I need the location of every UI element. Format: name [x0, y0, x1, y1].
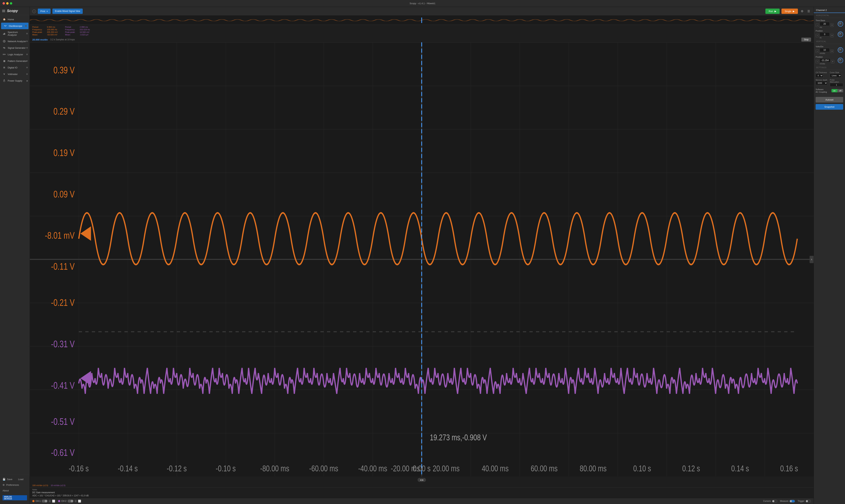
ch1-color-dot — [32, 500, 35, 502]
position-v-value[interactable]: -21.254 — [820, 58, 830, 62]
ch1-mean-label: Mean: — [32, 34, 45, 36]
position-h-knob[interactable] — [838, 32, 843, 37]
h-scroll-handle[interactable]: ◀ ▶ — [418, 478, 426, 482]
snapshot-button[interactable]: Snapshot — [815, 104, 843, 110]
h-scroll-container: ◀ ▶ — [30, 476, 814, 483]
save-button[interactable]: 💾 Save Load — [0, 476, 30, 482]
sidebar-item-digital-io[interactable]: ⊞ Digital IO — [0, 64, 30, 71]
stop-button[interactable]: Stop — [802, 38, 811, 42]
svg-rect-0 — [3, 34, 3, 35]
nav-dot — [26, 67, 28, 68]
notes-title: DC Gain measurement — [32, 491, 811, 494]
curve-style-select[interactable]: LinesDotsSteps — [830, 74, 841, 77]
ac-on-button[interactable]: on — [831, 89, 837, 92]
load-label[interactable]: Load — [18, 478, 23, 481]
measure-toggle[interactable] — [790, 500, 795, 503]
position-h-plus[interactable]: + — [830, 34, 834, 37]
ac-off-button[interactable]: off — [837, 89, 843, 92]
ch2-indicator: CH 2 ☰ ⬜ — [58, 500, 81, 503]
time-base-knob[interactable] — [838, 21, 843, 26]
nav-dot — [26, 47, 28, 49]
position-h-value[interactable]: 0 — [820, 32, 830, 36]
ch2-mean-value: -3.023 μV — [80, 34, 88, 36]
sidebar-item-label: Network Analyzer — [8, 40, 26, 43]
volts-div-label: Volts/Div — [815, 46, 834, 48]
cursors-label: Cursors — [763, 500, 771, 502]
volts-div-plus[interactable]: + — [830, 50, 834, 53]
trigger-toggle[interactable] — [806, 500, 811, 503]
mixed-signal-button[interactable]: Enable Mixed Signal View — [52, 8, 83, 14]
minimize-button[interactable] — [6, 2, 8, 4]
sidebar-item-home[interactable]: 🏠 Home — [0, 16, 30, 23]
nav-dot — [26, 73, 28, 75]
settings-icon-button[interactable]: ⚙ — [800, 8, 805, 14]
settings-row-1: CH Thickness 4123 Curve Style LinesDotsS… — [814, 71, 845, 78]
sidebar-nav: 🏠 Home Oscilloscope Spectrum Analyzer — [0, 15, 30, 474]
ch1-period-value: 9.994 ms — [47, 26, 55, 28]
sidebar-item-voltmeter[interactable]: V Voltmeter — [0, 71, 30, 77]
preferences-icon: ⚙ — [3, 484, 5, 486]
maximize-button[interactable] — [10, 2, 12, 4]
analog-logo-text: ANALOGDEVICES — [3, 495, 27, 500]
ch2-extra-icon[interactable]: ⬜ — [78, 500, 81, 503]
sidebar-item-label: Home — [8, 18, 14, 21]
position-h-minus[interactable]: − — [815, 34, 819, 37]
sidebar-item-power-supply[interactable]: Power Supply ▶ — [0, 77, 30, 84]
ch2-freq-value: 333.529 Hz — [80, 29, 90, 31]
panel-expand-button[interactable]: ∧ — [810, 256, 814, 263]
scroll-left-icon: ◀ — [420, 479, 421, 481]
ch2-toggle[interactable] — [68, 500, 73, 503]
sidebar-item-spectrum[interactable]: Spectrum Analyzer — [0, 29, 30, 38]
sidebar-item-signal-gen[interactable]: Signal Generator — [0, 44, 30, 51]
ch2-settings-icon[interactable]: ☰ — [74, 500, 77, 503]
ch1-pp-value: 205.350 mV — [47, 31, 58, 33]
hamburger-icon[interactable] — [2, 10, 5, 12]
volts-div-minus[interactable]: − — [815, 50, 819, 53]
svg-text:-40.00 ms: -40.00 ms — [358, 464, 387, 473]
about-button[interactable]: About — [0, 488, 30, 493]
sidebar-item-pattern[interactable]: ▦ Pattern Generator — [0, 58, 30, 64]
volts-div-knob[interactable] — [838, 47, 843, 53]
dropdown-arrow: ▼ — [46, 11, 48, 12]
ch1-period-label: Period: — [32, 26, 45, 28]
time-base-plus[interactable]: + — [830, 23, 834, 27]
preferences-button[interactable]: ⚙ Preferences — [0, 482, 30, 488]
ch1-toggle[interactable] — [42, 500, 48, 503]
autoset-button[interactable]: Autoset — [815, 97, 843, 103]
ch2-freq-label: Frequency: — [65, 29, 78, 31]
svg-text:-0.41 V: -0.41 V — [51, 380, 75, 391]
ch-thickness-select[interactable]: 4123 — [815, 74, 823, 77]
waveform-svg: 0.39 V 0.29 V 0.19 V 0.09 V -8.01 mV -0.… — [30, 42, 814, 476]
time-base-minus[interactable]: − — [815, 23, 819, 27]
position-v-plus[interactable]: + — [831, 60, 834, 63]
menu-icon-button[interactable]: ☰ — [806, 8, 811, 14]
run-button[interactable]: Run ▶ — [765, 8, 780, 14]
ch2-period-value: 2.998 ms — [80, 26, 88, 28]
osc-header-left: 20.000 ms/div 3.2 k Samples at 10 ksps — [32, 38, 75, 41]
time-base-value[interactable]: 20 — [820, 22, 830, 26]
ch1-extra-icon[interactable]: ⬜ — [52, 500, 55, 503]
info-icon[interactable]: i — [32, 10, 36, 13]
main-content: i Print ▼ Enable Mixed Signal View Run ▶… — [30, 7, 814, 504]
close-button[interactable] — [3, 2, 5, 4]
single-button[interactable]: Single ▶ — [781, 8, 798, 14]
sidebar-item-logic[interactable]: Logic Analyzer — [0, 51, 30, 58]
position-v-knob[interactable] — [838, 58, 843, 63]
sidebar-item-oscilloscope[interactable]: Oscilloscope — [1, 23, 29, 29]
ch1-indicator: CH 1 ☰ ⬜ — [32, 500, 55, 503]
svg-point-8 — [3, 80, 5, 82]
position-v-minus[interactable]: − — [815, 60, 819, 63]
sidebar-item-network[interactable]: Network Analyzer — [0, 38, 30, 44]
print-button[interactable]: Print ▼ — [38, 8, 51, 14]
ch1-label: CH 1 — [36, 500, 40, 502]
about-label: About — [3, 489, 9, 492]
svg-text:-0.61 V: -0.61 V — [51, 447, 75, 458]
sidebar-item-label: Logic Analyzer — [8, 53, 23, 56]
notes-content[interactable]: ADC = 101 * CH1/CH2 = 101 * 205/16.6 = 1… — [32, 494, 811, 497]
ch2-pp-value: 16.560 mV — [80, 31, 89, 33]
memory-depth-select[interactable]: 3200100010000 — [815, 81, 827, 85]
volts-div-value[interactable]: 10 — [820, 48, 830, 52]
svg-text:0.09 V: 0.09 V — [53, 189, 75, 199]
cursors-toggle[interactable] — [772, 500, 777, 503]
ch1-settings-icon[interactable]: ☰ — [49, 500, 51, 503]
